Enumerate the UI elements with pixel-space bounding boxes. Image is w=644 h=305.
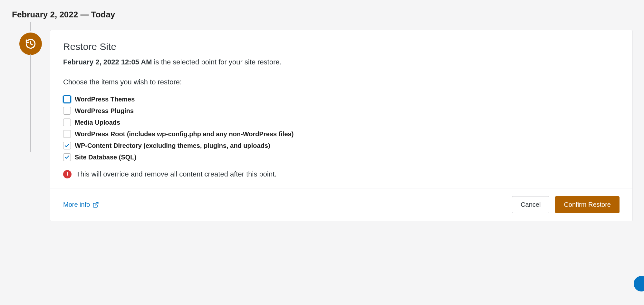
warning-row: ! This will override and remove all cont… (63, 170, 620, 178)
restore-point-text: February 2, 2022 12:05 AM is the selecte… (63, 58, 620, 66)
checkbox-root[interactable] (63, 130, 71, 138)
card-title: Restore Site (63, 41, 620, 52)
checkbox-label: WordPress Root (includes wp-config.php a… (75, 130, 293, 138)
timeline-rail (11, 22, 50, 55)
checkbox-database[interactable] (63, 153, 71, 161)
external-link-icon (92, 202, 99, 208)
timeline-line (30, 54, 31, 152)
restore-point-time: February 2, 2022 12:05 AM (63, 58, 152, 66)
timeline-wrap: Restore Site February 2, 2022 12:05 AM i… (11, 22, 633, 221)
restore-items-list: WordPress Themes WordPress Plugins Media… (63, 95, 620, 161)
checkbox-label: Media Uploads (75, 119, 120, 126)
more-info-link[interactable]: More info (63, 201, 99, 208)
restore-item-media: Media Uploads (63, 119, 620, 126)
restore-item-root: WordPress Root (includes wp-config.php a… (63, 130, 620, 138)
warning-icon: ! (63, 170, 72, 178)
confirm-restore-button[interactable]: Confirm Restore (555, 196, 620, 213)
card-body: Restore Site February 2, 2022 12:05 AM i… (50, 30, 632, 188)
checkbox-label: WP-Content Directory (excluding themes, … (75, 142, 270, 149)
timeline-line (30, 22, 31, 31)
checkbox-themes[interactable] (63, 95, 71, 103)
checkbox-media[interactable] (63, 119, 71, 126)
restore-item-plugins: WordPress Plugins (63, 107, 620, 115)
restore-history-icon (19, 33, 42, 55)
restore-point-rest: is the selected point for your site rest… (152, 58, 282, 66)
warning-text: This will override and remove all conten… (76, 170, 276, 178)
more-info-label: More info (63, 201, 90, 208)
checkbox-wpcontent[interactable] (63, 142, 71, 149)
checkbox-label: WordPress Plugins (75, 107, 134, 115)
restore-item-database: Site Database (SQL) (63, 153, 620, 161)
restore-card: Restore Site February 2, 2022 12:05 AM i… (50, 30, 633, 221)
choose-items-label: Choose the items you wish to restore: (63, 78, 620, 86)
checkbox-plugins[interactable] (63, 107, 71, 115)
footer-buttons: Cancel Confirm Restore (512, 196, 620, 213)
restore-item-themes: WordPress Themes (63, 95, 620, 103)
checkbox-label: Site Database (SQL) (75, 154, 136, 161)
activity-log-page: February 2, 2022 — Today Restore Site Fe… (0, 0, 644, 221)
restore-item-wpcontent: WP-Content Directory (excluding themes, … (63, 142, 620, 149)
date-heading: February 2, 2022 — Today (12, 10, 633, 20)
card-footer: More info Cancel Confirm Restore (50, 188, 632, 221)
svg-line-0 (95, 202, 98, 205)
cancel-button[interactable]: Cancel (512, 196, 549, 213)
checkbox-label: WordPress Themes (75, 96, 135, 103)
